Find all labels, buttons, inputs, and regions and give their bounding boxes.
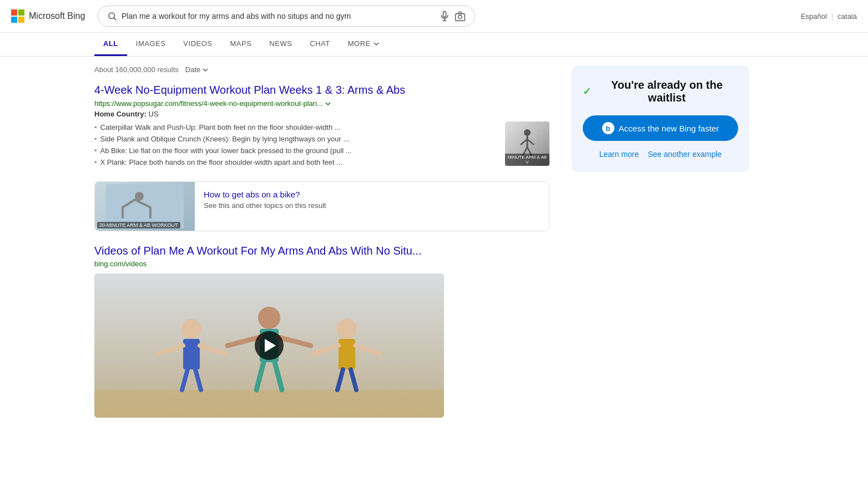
search-bar (98, 6, 475, 27)
svg-point-4 (109, 13, 115, 19)
bullet-1: • Caterpillar Walk and Push-Up: Plant bo… (94, 121, 496, 133)
sidebar: ✓ You're already on the waitlist b Acces… (572, 65, 749, 431)
first-result-url: https://www.popsugar.com/fitness/4-week-… (94, 99, 549, 108)
waitlist-check-row: ✓ You're already on the waitlist (583, 79, 738, 104)
svg-rect-3 (18, 17, 24, 23)
how-to-label-overlay: 20-MINUTE ARM & AB WORKOUT (97, 222, 180, 229)
bing-b-icon: b (602, 122, 614, 134)
videos-section: Videos of Plan Me A Workout For My Arms … (94, 245, 549, 418)
result-body: • Caterpillar Walk and Push-Up: Plant bo… (94, 121, 549, 168)
results-area: About 160,000,000 results Date 4-Week No… (94, 65, 549, 431)
svg-rect-2 (11, 17, 17, 23)
access-button-label: Access the new Bing faster (619, 124, 719, 133)
svg-point-31 (258, 307, 280, 329)
search-input[interactable] (122, 12, 435, 21)
waitlist-title: You're already on the waitlist (596, 79, 738, 104)
svg-point-10 (458, 15, 462, 19)
svg-point-11 (524, 129, 531, 136)
bullet-dot: • (94, 135, 97, 143)
how-to-box[interactable]: 20-MINUTE ARM & AB WORKOUT How to get ab… (94, 181, 549, 231)
svg-rect-26 (183, 339, 200, 369)
result-meta: Home Country: US (94, 110, 549, 118)
see-another-link[interactable]: See another example (648, 150, 721, 159)
waitlist-card: ✓ You're already on the waitlist b Acces… (572, 65, 749, 172)
microsoft-logo-icon (11, 9, 24, 23)
videos-title[interactable]: Videos of Plan Me A Workout For My Arms … (94, 245, 549, 257)
tab-news[interactable]: NEWS (260, 33, 301, 56)
tab-videos[interactable]: VIDEOS (174, 33, 221, 56)
svg-line-5 (114, 18, 116, 20)
first-result-title[interactable]: 4-Week No-Equipment Workout Plan Weeks 1… (94, 84, 405, 96)
results-count-bar: About 160,000,000 results Date (94, 65, 549, 74)
play-button[interactable] (255, 331, 284, 360)
svg-point-25 (181, 319, 201, 339)
logo-area: Microsoft Bing (11, 9, 89, 23)
result-thumbnail[interactable]: MINUTE ARM & AB V (505, 121, 549, 166)
tab-images[interactable]: IMAGES (127, 33, 175, 56)
tab-maps[interactable]: MAPS (221, 33, 260, 56)
tab-chat[interactable]: CHAT (301, 33, 339, 56)
chevron-down-icon (373, 40, 380, 47)
logo-text: Microsoft Bing (29, 11, 85, 21)
camera-icon[interactable] (455, 11, 466, 22)
tab-more[interactable]: MORE (339, 33, 388, 56)
how-to-question[interactable]: How to get abs on a bike? (204, 190, 326, 199)
how-to-sub: See this and other topics on this result (204, 201, 326, 210)
bullet-dot: • (94, 158, 97, 166)
access-bing-button[interactable]: b Access the new Bing faster (583, 115, 738, 141)
video-thumbnail[interactable] (94, 273, 444, 418)
how-to-image: 20-MINUTE ARM & AB WORKOUT (95, 182, 195, 231)
svg-rect-1 (18, 9, 24, 16)
more-label: MORE (348, 39, 371, 48)
svg-rect-6 (443, 12, 446, 17)
lang-separator: | (831, 12, 833, 21)
svg-line-13 (521, 139, 527, 145)
checkmark-icon: ✓ (583, 85, 591, 98)
svg-rect-0 (11, 9, 17, 16)
svg-rect-24 (94, 390, 444, 418)
play-triangle-icon (265, 339, 276, 352)
date-chevron-icon (203, 67, 208, 73)
lang-spanish[interactable]: Español (801, 12, 827, 21)
nav-tabs: ALL IMAGES VIDEOS MAPS NEWS CHAT MORE (0, 33, 868, 57)
bullet-dot: • (94, 123, 97, 131)
bullet-dot: • (94, 146, 97, 155)
svg-point-37 (337, 319, 357, 339)
tab-all[interactable]: ALL (94, 33, 127, 56)
how-to-text: How to get abs on a bike? See this and o… (195, 182, 335, 231)
date-filter[interactable]: Date (185, 65, 208, 74)
results-count-text: About 160,000,000 results (94, 65, 179, 74)
url-dropdown-icon[interactable] (325, 101, 331, 106)
search-icon (107, 11, 117, 21)
main-content: About 160,000,000 results Date 4-Week No… (0, 57, 868, 440)
bullet-3: • Ab Bike: Lie flat on the floor with yo… (94, 145, 496, 156)
thumb-label: MINUTE ARM & AB V (505, 154, 549, 166)
waitlist-links: Learn more See another example (583, 150, 738, 159)
videos-url: bing.com/videos (94, 260, 549, 268)
svg-line-14 (527, 139, 534, 145)
bullet-4: • X Plank: Place both hands on the floor… (94, 156, 496, 168)
header: Microsoft Bing Español | català (0, 0, 868, 33)
bullet-2: • Side Plank and Oblique Crunch (Knees):… (94, 133, 496, 145)
lang-catala[interactable]: català (837, 12, 857, 21)
svg-rect-38 (339, 339, 355, 369)
microphone-icon[interactable] (439, 11, 450, 22)
learn-more-link[interactable]: Learn more (599, 150, 639, 159)
lang-area: Español | català (801, 12, 857, 21)
first-result: 4-Week No-Equipment Workout Plan Weeks 1… (94, 83, 549, 168)
date-filter-label: Date (185, 65, 200, 74)
result-bullets: • Caterpillar Walk and Push-Up: Plant bo… (94, 121, 496, 168)
